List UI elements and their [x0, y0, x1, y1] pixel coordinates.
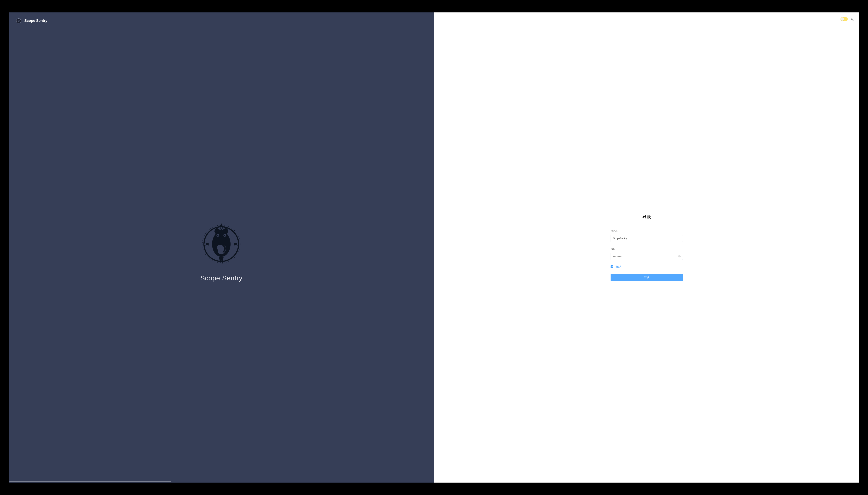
app-logo-small-icon — [16, 18, 21, 24]
top-right-controls — [840, 17, 854, 21]
app-title-large: Scope Sentry — [200, 274, 242, 282]
show-password-icon[interactable] — [678, 255, 681, 258]
login-button[interactable]: 登录 — [611, 274, 683, 281]
app-title: Scope Sentry — [24, 19, 47, 23]
remember-checkbox[interactable] — [611, 266, 613, 268]
remember-label: 记住我 — [615, 265, 622, 268]
left-center: Scope Sentry — [8, 29, 434, 483]
right-panel: 登录 用户名 密码 记住我 登录 — [434, 13, 860, 483]
svg-point-13 — [220, 227, 222, 229]
login-form: 登录 用户名 密码 记住我 登录 — [611, 214, 683, 281]
svg-point-11 — [204, 243, 206, 245]
svg-point-12 — [236, 243, 239, 245]
login-window: Scope Sentry — [8, 13, 859, 483]
owl-logo-icon — [198, 218, 244, 270]
username-input-wrap — [611, 235, 683, 242]
svg-point-10 — [224, 235, 225, 236]
remember-row: 记住我 — [611, 265, 683, 268]
password-input[interactable] — [611, 253, 683, 260]
username-input[interactable] — [611, 235, 683, 242]
left-panel: Scope Sentry — [8, 13, 434, 483]
username-label: 用户名 — [611, 229, 683, 233]
left-header: Scope Sentry — [8, 13, 434, 29]
password-input-wrap — [611, 253, 683, 260]
password-label: 密码 — [611, 247, 683, 251]
theme-toggle[interactable] — [840, 17, 848, 21]
language-icon[interactable] — [851, 17, 854, 21]
login-heading: 登录 — [611, 214, 683, 220]
horizontal-scrollbar[interactable] — [8, 481, 434, 482]
toggle-knob — [841, 17, 844, 21]
svg-point-9 — [217, 235, 219, 236]
scrollbar-thumb[interactable] — [10, 481, 171, 482]
